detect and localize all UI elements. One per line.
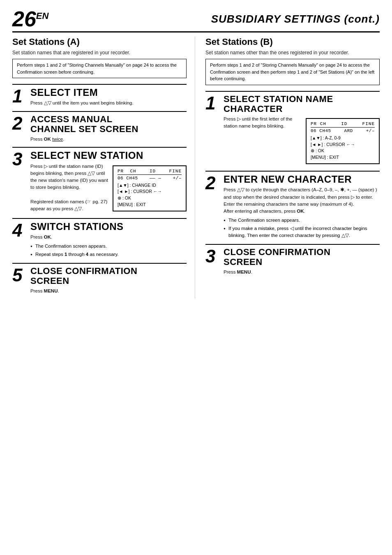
right-info-box: Perform steps 1 and 2 of "Storing Channe… [205,59,380,85]
left-step-5-body: Press MENU. [30,288,187,295]
right-step-2: 2 ENTER NEW CHARACTER Press △▽ to cycle … [205,171,380,244]
left-step-1-body: Press △▽ until the item you want begins … [30,100,187,107]
main-content: Set Stations (A) Set station names that … [12,37,380,299]
left-step-1-content: SELECT ITEM Press △▽ until the item you … [30,87,187,107]
left-info-box: Perform steps 1 and 2 of "Storing Channe… [12,59,187,78]
left-display-legend: [▲▼] : CHANGE ID [◄ ►] : CURSOR ←→ ⊗ : O… [118,182,182,208]
right-display-row2: 06 CH45ARD+/– [311,128,375,133]
left-step-4: 4 SWITCH STATIONS Press OK. The Confirma… [12,218,187,263]
left-step-5: 5 CLOSE CONFIRMATIONSCREEN Press MENU. [12,263,187,299]
left-display-top: PR CHIDFINE [118,169,182,175]
left-step-3-content: SELECT NEW STATION Press ▷ until the sta… [30,150,187,214]
right-step-3-heading: CLOSE CONFIRMATIONSCREEN [224,247,380,267]
right-step-1-text: Press ▷ until the first letter of the st… [224,116,302,130]
left-step-2-heading: ACCESS MANUALCHANNEL SET SCREEN [30,114,187,134]
left-step-2-content: ACCESS MANUALCHANNEL SET SCREEN Press OK… [30,114,187,143]
right-step-1-body: Press ▷ until the first letter of the st… [224,116,302,130]
left-section-title: Set Stations (A) [12,37,187,47]
right-step-1-number: 1 [205,94,220,112]
right-step-2-content: ENTER NEW CHARACTER Press △▽ to cycle th… [224,174,380,240]
right-step-2-body: Press △▽ to cycle through the characters… [224,186,380,215]
left-step-2-number: 2 [12,114,27,132]
right-display-top: PR CHIDFINE [311,121,375,128]
left-section-subtitle: Set station names that are registered in… [12,50,187,56]
right-display-legend: [▲▼] : A-Z, 0-9 [◄ ►] : CURSOR ←→ ⊗ : OK… [311,135,375,161]
right-section-title: Set Stations (B) [205,37,380,47]
left-step-4-heading: SWITCH STATIONS [30,221,187,232]
left-step-5-content: CLOSE CONFIRMATIONSCREEN Press MENU. [30,266,187,295]
left-step-3: 3 SELECT NEW STATION Press ▷ until the s… [12,147,187,218]
left-step-3-inner: Press ▷ until the station name (ID) begi… [30,163,187,214]
col-right: Set Stations (B) Set station names other… [203,37,380,299]
right-section-subtitle: Set station names other than the ones re… [205,50,380,56]
right-step-1: 1 SELECT STATION NAMECHARACTER Press ▷ u… [205,91,380,171]
right-steps: 1 SELECT STATION NAMECHARACTER Press ▷ u… [205,91,380,280]
page-header: 26EN SUBSIDIARY SETTINGS (cont.) [12,8,380,33]
right-step-2-number: 2 [205,174,220,192]
left-step-1-number: 1 [12,87,27,105]
page-number: 26EN [12,8,48,30]
left-step-4-number: 4 [12,221,27,239]
left-step-5-number: 5 [12,266,27,284]
right-step-3-body: Press MENU. [224,269,380,276]
left-step-4-body: Press OK. [30,234,187,241]
right-step-1-inner: Press ▷ until the first letter of the st… [224,116,380,167]
right-step-2-bullet-2: If you make a mistake, press ◁ until the… [224,225,380,239]
left-step-4-bullets: The Confirmation screen appears. Repeat … [30,243,187,258]
right-step-2-bullet-1: The Confirmation screen appears. [224,217,380,224]
left-step-1: 1 SELECT ITEM Press △▽ until the item yo… [12,84,187,111]
right-step-3: 3 CLOSE CONFIRMATIONSCREEN Press MENU. [205,244,380,280]
left-step-3-text: Press ▷ until the station name (ID) begi… [30,163,108,213]
left-step-2: 2 ACCESS MANUALCHANNEL SET SCREEN Press … [12,111,187,147]
right-step-2-bullets: The Confirmation screen appears. If you … [224,217,380,239]
left-step-1-heading: SELECT ITEM [30,87,187,98]
left-display-row2: 06 CH45—— —+/– [118,176,182,181]
left-step-2-body: Press OK twice. [30,136,187,143]
right-step-3-content: CLOSE CONFIRMATIONSCREEN Press MENU. [224,247,380,276]
left-step-4-bullet-2: Repeat steps 1 through 4 as necessary. [30,251,187,258]
left-step-3-display: PR CHIDFINE 06 CH45—— —+/– [▲▼] : CHANGE… [113,165,187,211]
right-step-2-heading: ENTER NEW CHARACTER [224,174,380,185]
left-step-3-heading: SELECT NEW STATION [30,150,187,161]
left-step-3-body: Press ▷ until the station name (ID) begi… [30,163,108,213]
left-step-4-bullet-1: The Confirmation screen appears. [30,243,187,250]
left-step-4-content: SWITCH STATIONS Press OK. The Confirmati… [30,221,187,259]
left-step-3-number: 3 [12,150,27,168]
right-step-1-content: SELECT STATION NAMECHARACTER Press ▷ unt… [224,94,380,167]
col-left: Set Stations (A) Set station names that … [12,37,195,299]
right-step-1-display: PR CHIDFINE 06 CH45ARD+/– [▲▼] : A-Z, 0-… [306,118,380,164]
right-step-3-number: 3 [205,247,220,265]
left-step-5-heading: CLOSE CONFIRMATIONSCREEN [30,266,187,286]
page-subtitle: SUBSIDIARY SETTINGS (cont.) [211,13,380,26]
right-step-1-heading: SELECT STATION NAMECHARACTER [224,94,380,114]
left-steps: 1 SELECT ITEM Press △▽ until the item yo… [12,84,187,299]
